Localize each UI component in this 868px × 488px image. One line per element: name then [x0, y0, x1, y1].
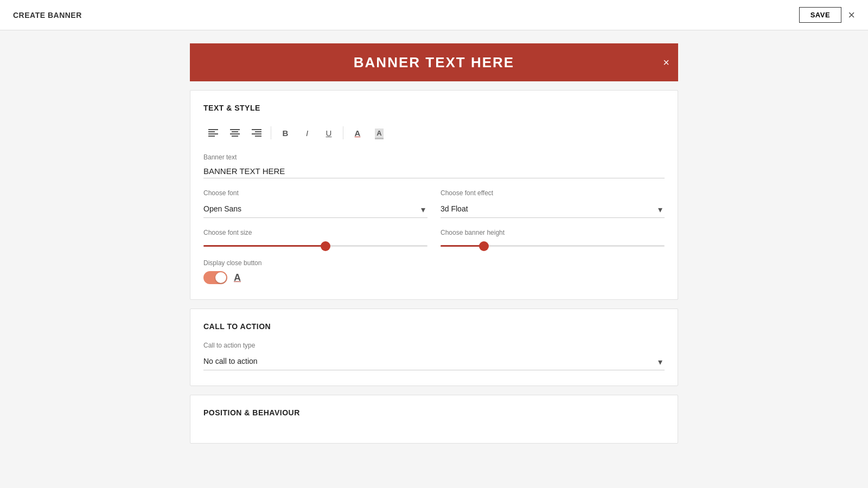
close-button[interactable]: × — [848, 9, 855, 21]
display-close-button-label: Display close button — [203, 259, 261, 267]
toolbar-separator-2 — [343, 126, 343, 139]
svg-rect-4 — [230, 129, 240, 130]
svg-rect-0 — [208, 129, 218, 130]
choose-font-field: Choose font Open Sans Arial Georgia Robo… — [203, 189, 427, 218]
svg-rect-11 — [255, 136, 261, 137]
italic-button[interactable]: I — [297, 123, 317, 143]
font-icon: A — [234, 272, 241, 284]
font-color-button[interactable]: A — [348, 123, 367, 143]
font-size-slider-container — [203, 240, 427, 248]
underline-button[interactable]: U — [319, 123, 339, 143]
choose-font-effect-select-wrapper: 3d Float None Shadow Glow ▾ — [441, 200, 665, 218]
choose-font-select-wrapper: Open Sans Arial Georgia Roboto Times New… — [203, 200, 427, 218]
toggle-thumb — [215, 272, 226, 283]
font-size-slider[interactable] — [203, 245, 427, 247]
choose-banner-height-label: Choose banner height — [441, 229, 665, 236]
font-row: Choose font Open Sans Arial Georgia Robo… — [203, 189, 665, 218]
align-left-button[interactable] — [203, 123, 223, 143]
call-to-action-type-select-wrapper: No call to action Button Link ▾ — [203, 352, 665, 370]
position-behaviour-panel-title: POSITION & BEHAVIOUR — [203, 408, 665, 417]
toggle-row: A — [203, 271, 665, 284]
highlight-button[interactable]: A — [369, 123, 389, 143]
svg-rect-10 — [252, 133, 261, 134]
call-to-action-type-field: Call to action type No call to action Bu… — [203, 342, 665, 370]
main-content: BANNER TEXT HERE × TEXT & STYLE B I U A … — [0, 30, 868, 457]
toolbar-separator-1 — [271, 126, 271, 139]
svg-rect-3 — [208, 136, 215, 137]
svg-rect-1 — [208, 131, 215, 132]
banner-height-field: Choose banner height — [441, 229, 665, 248]
font-size-field: Choose font size — [203, 229, 427, 248]
svg-rect-8 — [252, 129, 261, 130]
position-behaviour-panel: POSITION & BEHAVIOUR — [190, 395, 678, 444]
banner-text-label: Banner text — [203, 153, 665, 161]
top-bar-actions: SAVE × — [799, 7, 855, 23]
display-close-button-row: Display close button — [203, 259, 665, 267]
svg-rect-7 — [232, 136, 238, 137]
close-button-toggle[interactable] — [203, 271, 227, 284]
svg-rect-2 — [208, 133, 218, 134]
svg-rect-6 — [230, 133, 240, 134]
banner-text-field: Banner text — [203, 153, 665, 178]
text-style-toolbar: B I U A A — [203, 123, 665, 143]
choose-font-effect-label: Choose font effect — [441, 189, 665, 197]
choose-font-size-label: Choose font size — [203, 229, 427, 236]
call-to-action-type-label: Call to action type — [203, 342, 665, 349]
choose-font-select[interactable]: Open Sans Arial Georgia Roboto Times New… — [203, 200, 427, 218]
banner-height-slider-container — [441, 240, 665, 248]
svg-rect-9 — [255, 131, 261, 132]
align-right-button[interactable] — [247, 123, 266, 143]
banner-text-input[interactable] — [203, 164, 665, 178]
call-to-action-panel: CALL TO ACTION Call to action type No ca… — [190, 309, 678, 386]
banner-height-slider[interactable] — [441, 245, 665, 247]
banner-preview: BANNER TEXT HERE × — [190, 43, 678, 81]
text-style-panel: TEXT & STYLE B I U A A Banner text — [190, 90, 678, 300]
page-title: CREATE BANNER — [13, 11, 82, 20]
choose-font-effect-field: Choose font effect 3d Float None Shadow … — [441, 189, 665, 218]
banner-preview-text: BANNER TEXT HERE — [354, 54, 514, 71]
top-bar: CREATE BANNER SAVE × — [0, 0, 868, 30]
choose-font-label: Choose font — [203, 189, 427, 197]
save-button[interactable]: SAVE — [799, 7, 841, 23]
text-style-panel-title: TEXT & STYLE — [203, 104, 665, 112]
call-to-action-type-select[interactable]: No call to action Button Link — [203, 352, 665, 370]
choose-font-effect-select[interactable]: 3d Float None Shadow Glow — [441, 200, 665, 218]
banner-preview-close-button[interactable]: × — [663, 56, 669, 69]
svg-rect-5 — [232, 131, 238, 132]
sliders-row: Choose font size Choose banner height — [203, 229, 665, 248]
bold-button[interactable]: B — [276, 123, 295, 143]
align-center-button[interactable] — [225, 123, 245, 143]
call-to-action-panel-title: CALL TO ACTION — [203, 322, 665, 331]
